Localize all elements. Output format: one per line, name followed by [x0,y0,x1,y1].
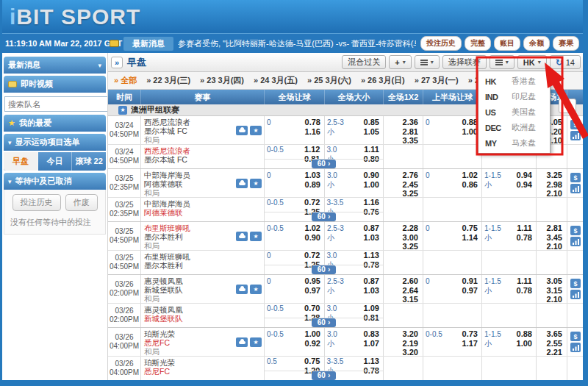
more-bets-button[interactable]: 60› [312,371,336,380]
full-1x2-odds[interactable]: 3.20 2.19 3.20 [384,328,423,356]
odds-value[interactable]: 0.89 [290,180,320,190]
alt-handicap-odds[interactable]: 0-0.5 0.701.28 [265,304,325,318]
favorite-star-icon[interactable]: ★ [250,126,262,135]
league-refresh-button[interactable]: ↻ [559,99,576,113]
odds-value[interactable]: 1.02 [290,224,320,233]
odds-value[interactable]: 0.91 [449,276,478,286]
odds-value[interactable]: 1.00 [449,127,478,137]
odds-value[interactable]: 2.98 [537,180,562,190]
odds-value[interactable]: 1.11 [517,276,532,286]
odds-value[interactable]: 2.10 [537,189,562,199]
money-icon[interactable]: $ [570,120,581,129]
full-handicap-odds[interactable]: 0 0.781.16 [265,116,325,144]
odds-value[interactable]: 0.75 [290,357,320,366]
odds-value[interactable]: 2.64 [384,286,418,296]
full-1x2-odds[interactable]: 2.28 3.00 3.25 [384,222,423,250]
half-overunder-odds[interactable]: 1-1.50.88 小1.00 [482,328,537,356]
half-handicap-odds[interactable]: 0-0.5 0.731.17 [423,328,482,356]
odds-value[interactable]: 2.81 [384,127,418,137]
odds-value[interactable]: 0.87 [364,276,379,286]
accounts-button[interactable]: 账目 [494,36,520,51]
menu-item-hk[interactable]: HK香港盘 [478,74,550,89]
odds-value[interactable]: 2.76 [384,171,418,180]
alt-overunder-odds[interactable]: 3.01.13 小0.78 [325,251,384,265]
odds-value[interactable]: 0.78 [517,233,532,243]
odds-value[interactable]: 3.00 [384,233,418,243]
odds-value[interactable]: 0.97 [449,286,478,296]
full-1x2-odds[interactable]: 2.60 2.64 3.15 [384,275,423,303]
alt-overunder-odds[interactable]: 3.01.09 小0.81 [325,304,384,318]
date-tab-26[interactable]: » 26 3月(日) [361,75,405,86]
date-tab-22[interactable]: » 22 3月(三) [146,75,190,86]
date-tab-23[interactable]: » 23 3月(四) [200,75,244,86]
odds-value[interactable]: 0.72 [290,198,320,207]
odds-value[interactable]: 0.92 [290,339,320,349]
sidebar-news-header[interactable]: 最新消息 ▾ [4,57,106,74]
odds-value[interactable]: 0.78 [517,286,532,296]
odds-value[interactable]: 0.86 [449,180,478,190]
full-handicap-odds[interactable]: 0 0.950.97 [265,275,325,303]
menu-item-ind[interactable]: IND印尼盘 [478,89,550,104]
odds-value[interactable]: 3.20 [384,348,418,357]
money-icon[interactable]: $ [570,279,581,288]
odds-value[interactable]: 0.90 [364,171,379,180]
add-button[interactable]: +▾ [389,55,411,69]
more-bets-button[interactable]: 60› [312,318,336,327]
half-1x2-odds[interactable]: 3.65 2.55 2.21 [537,328,567,356]
odds-value[interactable]: 1.09 [364,304,379,313]
odds-value[interactable]: 3.35 [384,136,418,146]
alt-handicap-odds[interactable]: 0-0.5 0.721.25 [265,198,325,212]
odds-value[interactable]: 0.73 [449,329,478,339]
odds-value[interactable]: 0.94 [517,171,532,180]
sort-button[interactable]: ▾ [415,55,440,69]
stats-chart-icon[interactable] [570,343,581,352]
odds-value[interactable]: 2.10 [537,242,562,251]
odds-value[interactable]: 1.12 [290,145,320,154]
menu-item-us[interactable]: US美国盘 [478,104,550,120]
odds-value[interactable]: 1.16 [290,127,320,137]
full-handicap-odds[interactable]: 0-0.5 1.020.90 [265,222,325,250]
odds-value[interactable]: 1.03 [364,286,379,296]
half-handicap-odds[interactable]: 0 0.881.00 [423,116,482,144]
sidebar-pending-header[interactable]: ▾ 等待中及已取消 [4,173,106,190]
odds-value[interactable]: 0.87 [364,224,379,233]
odds-value[interactable]: 0.97 [290,286,320,296]
odds-value[interactable]: 1.11 [364,145,379,154]
full-1x2-odds[interactable]: 2.36 2.81 3.35 [384,116,423,144]
live-icon[interactable] [236,126,248,135]
balance-button[interactable]: 余额 [523,36,550,51]
odds-value[interactable]: 1.13 [364,251,379,260]
live-icon[interactable] [236,285,248,294]
half-1x2-odds[interactable]: 3.25 2.98 2.10 [537,169,567,197]
half-1x2-odds[interactable]: 3.05 3.15 2.10 [537,275,567,303]
alt-overunder-odds[interactable]: 3.01.11 小0.80 [325,145,384,159]
odds-value[interactable]: 2.28 [384,224,418,233]
odds-value[interactable]: 3.15 [537,286,562,296]
odds-value[interactable]: 0.83 [364,329,379,339]
odds-value[interactable]: 1.14 [449,233,478,243]
bet-history-button[interactable]: 投注历史 [420,36,462,51]
odds-value[interactable]: 1.16 [364,198,379,207]
odds-value[interactable]: 3.25 [537,171,562,180]
menu-item-dec[interactable]: DEC欧洲盘 [478,120,550,135]
date-tab-27[interactable]: » 27 3月(一) [415,75,459,86]
odds-value[interactable]: 3.25 [384,242,418,251]
stats-chart-icon[interactable] [570,290,581,299]
latest-news-button[interactable]: 最新消息 [123,37,173,51]
odds-value[interactable]: 3.25 [384,189,418,199]
sidebar-sports-menu-header[interactable]: ▾ 显示运动项目选单 [4,134,106,151]
odds-value[interactable]: 1.17 [449,339,478,349]
odds-value[interactable]: 3.15 [384,295,418,304]
half-overunder-odds[interactable]: 1-1.51.11 小0.78 [482,222,537,250]
select-league-button[interactable]: 选择联赛 [442,55,487,69]
odds-value[interactable]: 2.81 [537,224,562,233]
odds-value[interactable]: 1.03 [290,171,320,180]
date-tab-all[interactable]: » 全部 [114,75,137,86]
results-button[interactable]: 赛果 [553,36,579,51]
stats-chart-icon[interactable] [570,184,581,193]
odds-value[interactable]: 0.72 [290,251,320,260]
half-handicap-odds[interactable]: 0 0.910.97 [423,275,482,303]
date-tab-25[interactable]: » 25 3月(六) [307,75,351,86]
money-icon[interactable]: $ [570,173,581,182]
odds-value[interactable]: 1.05 [364,127,379,137]
